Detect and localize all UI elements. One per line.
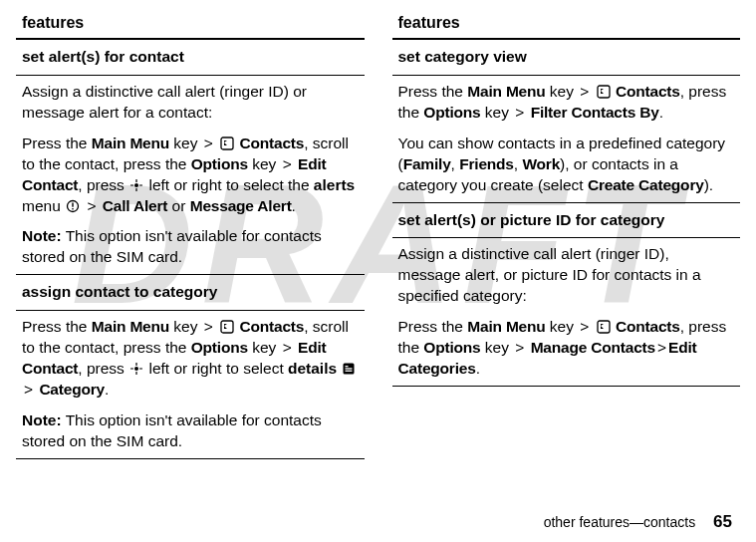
alert-circle-icon	[66, 199, 80, 213]
note-body: This option isn't available for contacts…	[22, 411, 322, 449]
svg-rect-11	[598, 86, 610, 98]
svg-point-6	[134, 367, 138, 371]
friends-label: Friends	[459, 155, 514, 172]
set-alerts-category-intro: Assign a distinctive call alert (ringer …	[398, 244, 735, 307]
note-label: Note:	[22, 227, 62, 244]
text-fragment: key	[481, 104, 514, 121]
text-fragment: Press the	[22, 135, 92, 151]
row-set-alerts-category-body: Assign a distinctive call alert (ringer …	[392, 238, 741, 387]
row-assign-category-title: assign contact to category	[16, 275, 365, 311]
filter-contacts-label: Filter Contacts By	[531, 104, 659, 121]
breadcrumb-sep: >	[283, 339, 292, 356]
set-category-view-steps: Press the Main Menu key > Contacts, pres…	[398, 82, 735, 124]
work-label: Work	[522, 155, 560, 172]
breadcrumb-sep: >	[657, 339, 666, 356]
details-square-icon	[342, 362, 356, 376]
breadcrumb-sep: >	[515, 104, 524, 121]
set-alerts-contact-steps: Press the Main Menu key > Contacts, scro…	[22, 134, 359, 217]
main-menu-label: Main Menu	[467, 318, 545, 335]
details-label: details	[288, 360, 337, 377]
text-fragment: key	[546, 318, 579, 335]
left-column: features set alert(s) for contact Assign…	[16, 10, 365, 459]
main-menu-label: Main Menu	[92, 135, 169, 151]
category-label: Category	[39, 381, 105, 398]
text-fragment: , press	[78, 176, 128, 193]
text-fragment: key	[248, 155, 281, 172]
features-header-right: features	[392, 10, 741, 39]
row-set-category-view-body: Press the Main Menu key > Contacts, pres…	[392, 75, 741, 202]
svg-rect-8	[346, 366, 349, 367]
set-category-view-desc: You can show contacts in a predefined ca…	[398, 134, 735, 196]
main-menu-label: Main Menu	[92, 318, 169, 335]
text-fragment: left or right to select the	[148, 176, 313, 193]
breadcrumb-sep: >	[204, 135, 213, 151]
note-body: This option isn't available for contacts…	[22, 227, 322, 265]
contacts-icon	[220, 136, 234, 150]
breadcrumb-sep: >	[515, 339, 524, 356]
breadcrumb-sep: >	[580, 83, 589, 100]
text-fragment: key	[546, 83, 579, 100]
page-body: features set alert(s) for contact Assign…	[0, 0, 756, 459]
svg-rect-0	[221, 137, 233, 149]
set-alerts-contact-intro: Assign a distinctive call alert (ringer …	[22, 82, 359, 124]
call-alert-label: Call Alert	[103, 197, 167, 214]
family-label: Family	[403, 155, 451, 172]
row-set-alerts-category-title: set alert(s) or picture ID for category	[392, 202, 741, 238]
breadcrumb-sep: >	[24, 381, 33, 398]
assign-category-note: Note: This option isn't available for co…	[22, 410, 359, 452]
options-label: Options	[191, 155, 248, 172]
contacts-label: Contacts	[239, 318, 304, 335]
manage-contacts-label: Manage Contacts	[531, 339, 655, 356]
breadcrumb-sep: >	[204, 318, 213, 335]
features-table-right: features set category view Press the Mai…	[392, 10, 741, 387]
text-fragment: or	[167, 197, 189, 214]
page-footer: other features—contacts 65	[544, 512, 732, 532]
text-fragment: key	[169, 318, 202, 335]
contacts-icon	[597, 320, 611, 334]
svg-rect-10	[346, 371, 353, 372]
text-fragment: ,	[451, 155, 460, 172]
features-table-left: features set alert(s) for contact Assign…	[16, 10, 365, 459]
text-fragment: .	[659, 104, 663, 121]
assign-category-steps: Press the Main Menu key > Contacts, scro…	[22, 317, 359, 401]
set-alerts-category-steps: Press the Main Menu key > Contacts, pres…	[398, 317, 735, 380]
row-set-category-view-title: set category view	[392, 39, 741, 75]
contacts-label: Contacts	[616, 83, 680, 100]
svg-point-1	[134, 183, 138, 187]
text-fragment: ).	[704, 176, 713, 193]
contacts-label: Contacts	[239, 135, 304, 151]
text-fragment: .	[476, 360, 480, 377]
contacts-label: Contacts	[616, 318, 680, 335]
breadcrumb-sep: >	[580, 318, 589, 335]
text-fragment: left or right to select	[148, 360, 288, 377]
svg-rect-3	[72, 202, 73, 206]
footer-section-text: other features—contacts	[544, 514, 696, 530]
contacts-icon	[220, 320, 234, 334]
create-category-label: Create Category	[588, 176, 704, 193]
text-fragment: menu	[22, 197, 65, 214]
text-fragment: key	[169, 135, 202, 151]
options-label: Options	[191, 339, 248, 356]
text-fragment: Press the	[398, 83, 468, 100]
text-fragment: .	[292, 197, 296, 214]
nav-dot-icon	[129, 362, 143, 376]
alerts-label: alerts	[314, 176, 355, 193]
set-alerts-contact-note: Note: This option isn't available for co…	[22, 226, 359, 268]
row-assign-category-body: Press the Main Menu key > Contacts, scro…	[16, 311, 365, 459]
message-alert-label: Message Alert	[190, 197, 292, 214]
note-label: Note:	[22, 411, 62, 428]
svg-rect-4	[72, 208, 73, 209]
right-column: features set category view Press the Mai…	[392, 10, 741, 459]
text-fragment: key	[248, 339, 281, 356]
main-menu-label: Main Menu	[467, 83, 545, 100]
text-fragment: , press	[78, 360, 128, 377]
options-label: Options	[423, 104, 480, 121]
svg-rect-12	[598, 321, 610, 333]
nav-dot-icon	[129, 178, 143, 192]
page-number: 65	[713, 512, 732, 531]
breadcrumb-sep: >	[283, 155, 292, 172]
svg-rect-9	[346, 368, 353, 369]
text-fragment: Press the	[22, 318, 92, 335]
options-label: Options	[423, 339, 480, 356]
row-set-alerts-contact-body: Assign a distinctive call alert (ringer …	[16, 75, 365, 274]
